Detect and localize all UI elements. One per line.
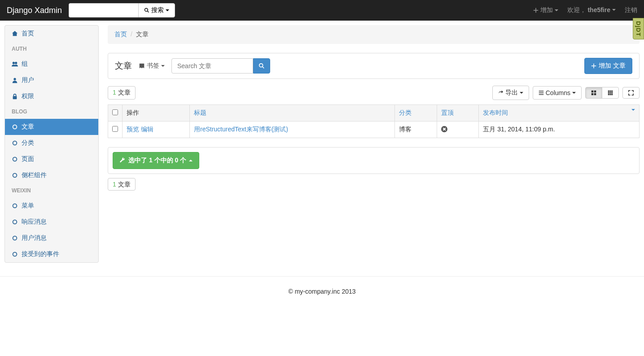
header-pinned[interactable]: 置顶 xyxy=(437,105,479,122)
svg-point-9 xyxy=(13,174,17,178)
welcome-label: 欢迎， xyxy=(567,6,586,13)
header-published-link[interactable]: 发布时间 xyxy=(483,109,508,116)
user-menu[interactable]: the5fire xyxy=(587,6,616,13)
header-pinned-link[interactable]: 置顶 xyxy=(441,109,454,116)
false-icon xyxy=(441,126,447,132)
svg-point-12 xyxy=(13,236,17,240)
brand-link[interactable]: Django Xadmin xyxy=(7,6,62,15)
layout-table-button[interactable] xyxy=(585,87,602,99)
columns-dropdown[interactable]: Columns xyxy=(533,86,582,100)
svg-rect-18 xyxy=(539,94,544,95)
page-footer: © my-company.inc 2013 xyxy=(0,276,644,306)
sidebar-item-label: 用户消息 xyxy=(22,234,47,242)
bookmark-dropdown[interactable]: 书签 xyxy=(139,62,165,70)
row-preview-link[interactable]: 预览 xyxy=(127,126,139,133)
sidebar-item-widgets[interactable]: 侧栏组件 xyxy=(5,167,98,183)
header-action: 操作 xyxy=(123,105,190,122)
sidebar-item-groups[interactable]: 组 xyxy=(5,56,98,72)
sidebar-header-weixin: WEIXIN xyxy=(5,183,98,198)
add-menu[interactable]: 增加 xyxy=(533,6,558,14)
list-search-button[interactable] xyxy=(253,58,270,74)
caret-down-icon xyxy=(555,9,558,11)
row-checkbox[interactable] xyxy=(112,126,118,132)
sidebar-item-home[interactable]: 首页 xyxy=(5,26,98,42)
circle-icon xyxy=(12,251,18,257)
global-search-form: 搜索 xyxy=(69,3,175,17)
header-published[interactable]: 发布时间 xyxy=(479,105,640,122)
sidebar-item-label: 组 xyxy=(22,60,28,68)
sidebar-item-menu[interactable]: 菜单 xyxy=(5,198,98,214)
user-icon xyxy=(12,77,18,83)
row-title-link[interactable]: 用reStructuredText来写博客(测试) xyxy=(194,126,288,133)
add-post-button[interactable]: 增加 文章 xyxy=(584,58,632,74)
svg-point-7 xyxy=(13,141,17,145)
data-table: 操作 标题 分类 置顶 发布时间 预览 编辑 用 xyxy=(108,104,640,138)
bookmark-label: 书签 xyxy=(147,62,159,70)
caret-up-icon xyxy=(189,160,193,161)
lock-icon xyxy=(12,93,18,100)
sidebar-item-label: 菜单 xyxy=(22,202,34,210)
circle-icon xyxy=(12,140,18,146)
row-edit-link[interactable]: 编辑 xyxy=(141,126,153,133)
fullscreen-button[interactable] xyxy=(622,87,640,99)
plus-icon xyxy=(591,63,596,69)
cell-published: 五月 31, 2014, 11:09 p.m. xyxy=(479,122,640,138)
breadcrumb-home[interactable]: 首页 xyxy=(114,30,127,39)
circle-icon xyxy=(12,124,18,130)
sidebar-item-label: 权限 xyxy=(22,92,34,100)
header-category-link[interactable]: 分类 xyxy=(399,109,412,116)
svg-rect-5 xyxy=(13,96,17,99)
circle-icon xyxy=(12,235,18,241)
sidebar-item-events[interactable]: 接受到的事件 xyxy=(5,246,98,262)
export-label: 导出 xyxy=(505,89,518,97)
caret-down-icon xyxy=(612,9,616,11)
list-search-input[interactable] xyxy=(171,58,253,74)
svg-point-2 xyxy=(13,62,15,64)
header-title[interactable]: 标题 xyxy=(190,105,395,122)
list-controls: 1 文章 导出 Columns xyxy=(108,86,640,100)
sidebar-item-user-msg[interactable]: 用户消息 xyxy=(5,230,98,246)
svg-rect-23 xyxy=(608,91,609,92)
svg-rect-26 xyxy=(608,92,609,94)
django-debug-toolbar-handle[interactable]: DjDT xyxy=(633,18,644,39)
sidebar-item-categories[interactable]: 分类 xyxy=(5,135,98,151)
add-label: 增加 xyxy=(540,6,553,14)
sidebar-header-auth: AUTH xyxy=(5,42,98,56)
sidebar-item-users[interactable]: 用户 xyxy=(5,72,98,88)
global-search-button[interactable]: 搜索 xyxy=(138,3,175,17)
sidebar-item-permissions[interactable]: 权限 xyxy=(5,88,98,104)
list-search-form xyxy=(171,58,270,74)
logout-link[interactable]: 注销 xyxy=(625,6,637,14)
add-button-label: 增加 文章 xyxy=(599,62,626,70)
sidebar-item-pages[interactable]: 页面 xyxy=(5,151,98,167)
export-dropdown[interactable]: 导出 xyxy=(492,86,529,100)
sidebar-item-posts[interactable]: 文章 xyxy=(5,119,98,135)
footer-text: © my-company.inc 2013 xyxy=(288,288,355,295)
svg-rect-29 xyxy=(608,94,609,95)
sidebar-item-response-msg[interactable]: 响应消息 xyxy=(5,214,98,230)
top-navbar: Django Xadmin 搜索 增加 欢迎， the5fire 注销 xyxy=(0,0,644,21)
svg-point-13 xyxy=(13,252,17,256)
sidebar-item-label: 响应消息 xyxy=(22,218,47,226)
svg-point-10 xyxy=(13,204,17,208)
svg-rect-22 xyxy=(594,93,596,96)
sidebar-header-blog: BLOG xyxy=(5,104,98,119)
wrench-icon xyxy=(119,157,126,164)
sidebar-item-label: 首页 xyxy=(22,30,34,38)
main-content: 首页 / 文章 文章 书签 增加 文章 xyxy=(108,25,640,189)
global-search-input[interactable] xyxy=(69,3,138,17)
header-category[interactable]: 分类 xyxy=(394,105,437,122)
bulk-action-label: 选中了 1 个中的 0 个 xyxy=(128,156,186,165)
bulk-action-dropdown[interactable]: 选中了 1 个中的 0 个 xyxy=(113,152,199,169)
plus-icon xyxy=(533,8,539,13)
welcome-text: 欢迎， the5fire xyxy=(567,6,616,14)
svg-rect-16 xyxy=(539,91,544,92)
count-label: 文章 xyxy=(118,89,131,96)
svg-point-6 xyxy=(13,125,17,129)
layout-grid-button[interactable] xyxy=(602,87,619,99)
header-title-link[interactable]: 标题 xyxy=(194,109,206,116)
sidebar-item-label: 用户 xyxy=(22,76,34,84)
sidebar-item-label: 文章 xyxy=(22,123,34,131)
caret-down-icon xyxy=(520,92,523,94)
select-all-checkbox[interactable] xyxy=(112,109,118,115)
